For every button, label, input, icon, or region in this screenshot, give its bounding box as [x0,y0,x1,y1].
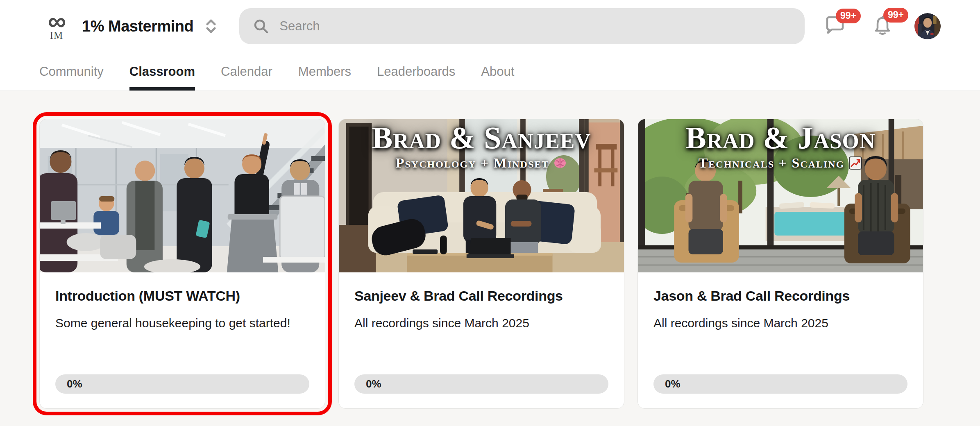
course-card-introduction[interactable]: Introduction (MUST WATCH) Some general h… [39,119,325,409]
progress-label: 0% [67,378,82,390]
course-card-body: Introduction (MUST WATCH) Some general h… [40,272,325,408]
course-card-sanjeev-brad[interactable]: Brad & Sanjeev Psychology + Mindset Sanj… [338,119,624,409]
infinity-logo-icon: ∞ [43,12,70,31]
community-logo[interactable]: ∞ IM [43,12,70,41]
course-progress-bar: 0% [653,374,907,394]
chat-badge: 99+ [836,9,861,23]
course-card-body: Sanjeev & Brad Call Recordings All recor… [339,272,624,408]
header: ∞ IM 1% Mastermind 99+ [0,0,980,91]
course-card-jason-brad[interactable]: Brad & Jason Technicals + Scaling Jason … [637,119,923,409]
course-cover-introduction [40,119,325,272]
course-cover-jason-brad: Brad & Jason Technicals + Scaling [638,119,923,272]
user-avatar[interactable] [914,13,941,39]
course-title: Jason & Brad Call Recordings [653,288,907,304]
search-input[interactable] [279,19,791,34]
course-description: All recordings since March 2025 [354,316,608,330]
header-actions: 99+ 99+ [824,13,941,39]
office-team-meeting-image [40,119,325,272]
course-title: Sanjeev & Brad Call Recordings [354,288,608,304]
tab-members[interactable]: Members [298,52,351,91]
chat-button[interactable]: 99+ [824,15,846,37]
avatar-image [914,13,941,39]
notifications-badge: 99+ [883,8,908,23]
tropical-villa-image [638,119,923,272]
logo-monogram: IM [43,31,70,41]
course-cover-sanjeev-brad: Brad & Sanjeev Psychology + Mindset [339,119,624,272]
notifications-button[interactable]: 99+ [872,14,893,38]
course-description: All recordings since March 2025 [653,316,907,330]
course-card-body: Jason & Brad Call Recordings All recordi… [638,272,923,408]
chevron-up-down-icon [204,17,218,35]
classroom-course-grid: Introduction (MUST WATCH) Some general h… [0,91,980,409]
course-progress-bar: 0% [55,374,309,394]
living-room-couch-image [339,119,624,272]
course-progress-bar: 0% [354,374,608,394]
progress-label: 0% [366,378,381,390]
tab-classroom[interactable]: Classroom [129,52,195,91]
header-top-row: ∞ IM 1% Mastermind 99+ [0,0,980,52]
community-switcher-button[interactable] [204,17,218,35]
course-description: Some general housekeeping to get started… [55,316,309,330]
community-nav: Community Classroom Calendar Members Lea… [0,52,980,91]
tab-leaderboards[interactable]: Leaderboards [377,52,455,91]
progress-label: 0% [665,378,681,390]
tab-about[interactable]: About [481,52,514,91]
tab-calendar[interactable]: Calendar [221,52,272,91]
tab-community[interactable]: Community [39,52,104,91]
search-bar[interactable] [239,8,805,44]
course-title: Introduction (MUST WATCH) [55,288,309,304]
community-name: 1% Mastermind [82,18,193,35]
search-icon [253,18,269,34]
